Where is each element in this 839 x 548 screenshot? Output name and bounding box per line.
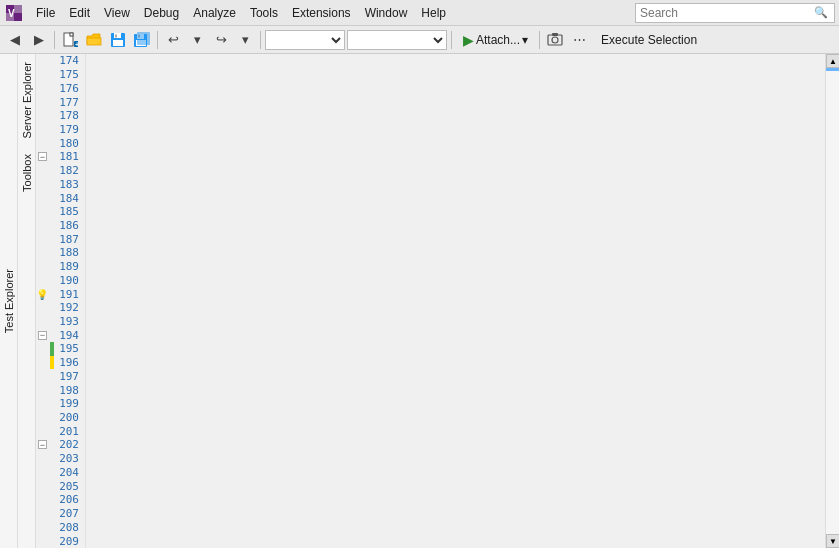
menu-help[interactable]: Help [415,4,452,22]
line-number: 183 [51,178,79,191]
camera-btn[interactable] [544,29,566,51]
svg-text:V: V [8,8,15,19]
menu-edit[interactable]: Edit [63,4,96,22]
new-file-btn[interactable]: + [59,29,81,51]
menu-tools[interactable]: Tools [244,4,284,22]
toolbox-tab[interactable]: Toolbox [18,146,35,200]
undo-btn[interactable]: ↩ [162,29,184,51]
main-area: Test Explorer Server Explorer Toolbox 17… [0,54,839,548]
line-num-row: 180 [36,136,81,150]
toolbar: ◀ ▶ + ↩ [0,26,839,54]
open-btn[interactable] [83,29,105,51]
test-explorer-label: Test Explorer [3,269,15,333]
undo-dropdown[interactable]: ▾ [186,29,208,51]
line-num-row: 196 [36,356,81,370]
search-input[interactable] [636,6,811,20]
svg-rect-18 [137,32,150,45]
collapse-box[interactable]: − [38,331,47,340]
line-num-row: 179 [36,123,81,137]
line-number: 184 [51,192,79,205]
svg-rect-3 [14,13,22,21]
line-change-indicator [50,246,54,260]
test-explorer-panel[interactable]: Test Explorer [0,54,18,548]
svg-rect-6 [70,33,73,36]
menu-bar: V File Edit View Debug Analyze Tools Ext… [0,0,839,26]
attach-button[interactable]: ▶ Attach... ▾ [456,29,535,51]
line-change-indicator [50,507,54,521]
line-num-row: 174 [36,54,81,68]
line-number: 202 [51,438,79,451]
lightbulb-icon[interactable]: 💡 [36,289,48,300]
line-num-row: 207 [36,507,81,521]
menu-window[interactable]: Window [359,4,414,22]
line-change-indicator [50,164,54,178]
line-num-row: 201 [36,424,81,438]
line-change-indicator [50,273,54,287]
line-num-row: 176 [36,81,81,95]
line-change-indicator [50,301,54,315]
scroll-track[interactable] [826,68,839,534]
svg-rect-13 [115,34,117,37]
back-btn[interactable]: ◀ [4,29,26,51]
line-number: 180 [51,137,79,150]
save-btn[interactable] [107,29,129,51]
line-number: 198 [51,384,79,397]
attach-label: Attach... [476,33,520,47]
play-icon: ▶ [463,32,474,48]
svg-text:+: + [75,40,78,47]
search-icon[interactable]: 🔍 [811,3,831,23]
line-num-row: 198 [36,383,81,397]
collapse-box[interactable]: − [38,152,47,161]
line-number: 178 [51,109,79,122]
line-num-row: 200 [36,411,81,425]
line-change-indicator [50,493,54,507]
platform-dropdown[interactable] [347,30,447,50]
line-change-indicator [50,150,54,164]
line-number: 201 [51,425,79,438]
search-box[interactable]: 🔍 [635,3,835,23]
menu-file[interactable]: File [30,4,61,22]
menu-analyze[interactable]: Analyze [187,4,242,22]
line-change-indicator [50,383,54,397]
line-change-indicator [50,452,54,466]
line-number: 195 [51,342,79,355]
line-number: 174 [51,54,79,67]
line-number: 192 [51,301,79,314]
save-all-btn[interactable] [131,29,153,51]
line-num-row: 209 [36,534,81,548]
line-num-row: 204 [36,466,81,480]
scroll-up-btn[interactable]: ▲ [826,54,839,68]
line-change-indicator [50,54,54,68]
scroll-highlight [826,68,839,71]
svg-rect-9 [87,38,101,45]
execute-label: Execute Selection [601,33,697,47]
redo-dropdown[interactable]: ▾ [234,29,256,51]
right-scrollbar[interactable]: ▲ ▼ [825,54,839,548]
line-number: 209 [51,535,79,548]
menu-view[interactable]: View [98,4,136,22]
line-number: 175 [51,68,79,81]
line-number: 182 [51,164,79,177]
svg-rect-21 [552,33,558,36]
redo-btn[interactable]: ↪ [210,29,232,51]
execute-selection-button[interactable]: Execute Selection [592,29,706,51]
collapse-box[interactable]: − [38,440,47,449]
line-num-row: 208 [36,520,81,534]
line-num-row: 184 [36,191,81,205]
line-num-row: 186 [36,219,81,233]
editor-wrapper: 174175176177178179180−181182183184185186… [36,54,825,548]
editor-content[interactable] [86,54,825,548]
svg-point-20 [552,37,558,43]
menu-debug[interactable]: Debug [138,4,185,22]
config-dropdown[interactable] [265,30,345,50]
forward-btn[interactable]: ▶ [28,29,50,51]
extra-btn[interactable]: ⋯ [568,29,590,51]
line-num-row: −202 [36,438,81,452]
scroll-down-btn[interactable]: ▼ [826,534,839,548]
line-numbers: 174175176177178179180−181182183184185186… [36,54,86,548]
menu-extensions[interactable]: Extensions [286,4,357,22]
server-explorer-tab[interactable]: Server Explorer [18,54,35,146]
line-change-indicator [50,81,54,95]
line-num-row: 178 [36,109,81,123]
sep3 [260,31,261,49]
